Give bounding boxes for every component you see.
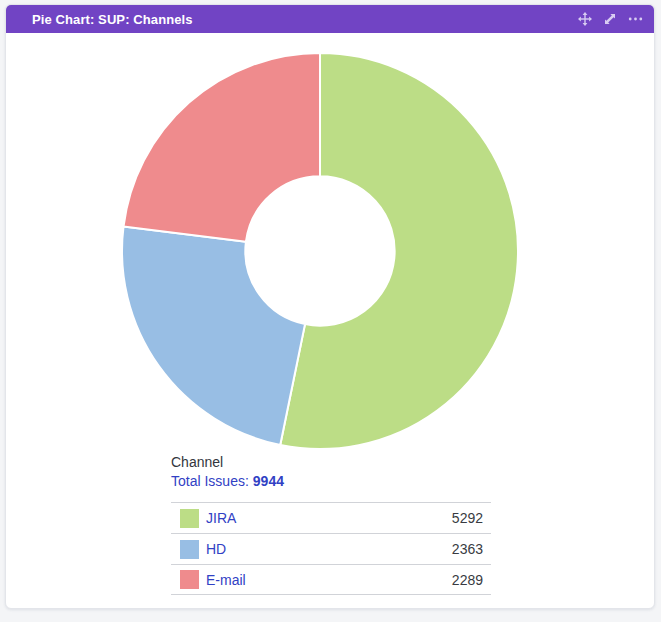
move-icon[interactable]	[577, 11, 593, 27]
legend-swatch-jira	[180, 509, 199, 528]
chart-caption: Channel Total Issues:9944	[171, 453, 284, 491]
chart-total: Total Issues:9944	[171, 472, 284, 491]
pie-chart-gadget: Pie Chart: SUP: Channels	[5, 4, 655, 609]
legend-swatch-hd	[180, 540, 199, 559]
chart-total-value: 9944	[253, 473, 284, 489]
legend-label-jira[interactable]: JIRA	[206, 510, 236, 526]
legend-swatch-email	[180, 570, 199, 589]
chart-total-label: Total Issues:	[171, 473, 249, 489]
legend-label-email[interactable]: E-mail	[206, 572, 246, 588]
pie-slice-hd[interactable]	[122, 226, 305, 445]
legend-table: JIRA 5292 HD 2363 E-mail 2289	[171, 502, 491, 595]
legend-value-email: 2289	[452, 572, 491, 588]
legend-value-hd: 2363	[452, 541, 491, 557]
pie-slice-e-mail[interactable]	[124, 53, 320, 242]
expand-icon[interactable]	[602, 11, 618, 27]
gadget-header-actions	[577, 11, 654, 27]
chart-title: Channel	[171, 453, 284, 472]
gadget-title: Pie Chart: SUP: Channels	[6, 12, 193, 27]
legend-row-jira: JIRA 5292	[171, 502, 491, 533]
legend-row-email: E-mail 2289	[171, 564, 491, 595]
pie-chart	[120, 51, 520, 451]
legend-label-hd[interactable]: HD	[206, 541, 226, 557]
gadget-header: Pie Chart: SUP: Channels	[6, 5, 654, 33]
more-icon[interactable]	[627, 11, 643, 27]
legend-row-hd: HD 2363	[171, 533, 491, 564]
legend-value-jira: 5292	[452, 510, 491, 526]
